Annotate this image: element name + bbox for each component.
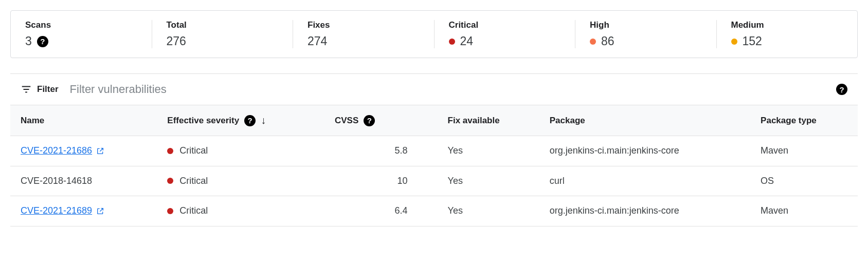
col-header-fix[interactable]: Fix available — [438, 105, 539, 136]
summary-critical-value: 24 — [460, 34, 474, 48]
critical-dot-icon — [449, 39, 455, 45]
help-icon[interactable]: ? — [37, 36, 48, 47]
help-icon[interactable]: ? — [244, 115, 256, 126]
vulnerabilities-table: Name Effective severity ? ↓ CVSS ? Fix a… — [10, 105, 858, 226]
summary-medium-label: Medium — [731, 20, 843, 30]
summary-total-label: Total — [167, 20, 279, 30]
summary-total: Total 276 — [152, 20, 294, 48]
filter-label: Filter — [37, 84, 59, 94]
cve-text: CVE-2018-14618 — [21, 176, 92, 186]
external-link-icon — [96, 147, 104, 155]
filter-bar: Filter ? — [10, 73, 858, 105]
col-header-severity[interactable]: Effective severity ? ↓ — [157, 105, 324, 136]
col-header-name[interactable]: Name — [10, 105, 157, 136]
severity-dot-icon — [167, 208, 173, 214]
package-name: org.jenkins-ci.main:jenkins-core — [539, 136, 750, 166]
summary-fixes-value: 274 — [308, 34, 327, 48]
cve-link[interactable]: CVE-2021-21686 — [21, 145, 104, 156]
summary-card: Scans 3 ? Total 276 Fixes 274 Critical 2… — [10, 10, 858, 58]
summary-fixes: Fixes 274 — [293, 20, 435, 48]
severity-text: Critical — [179, 145, 208, 156]
fix-available: Yes — [438, 166, 539, 196]
severity-dot-icon — [167, 178, 173, 184]
summary-scans: Scans 3 ? — [11, 20, 152, 48]
summary-critical-label: Critical — [449, 20, 561, 30]
cvss-value: 5.8 — [324, 136, 438, 166]
summary-critical: Critical 24 — [435, 20, 576, 48]
filter-icon — [21, 84, 32, 95]
filter-input[interactable] — [70, 83, 830, 96]
col-header-cvss[interactable]: CVSS ? — [324, 105, 438, 136]
col-header-ptype[interactable]: Package type — [750, 105, 858, 136]
summary-fixes-label: Fixes — [308, 20, 420, 30]
summary-high-value: 86 — [601, 34, 614, 48]
table-row: CVE-2018-14618Critical10YescurlOS — [10, 166, 858, 196]
severity-text: Critical — [179, 205, 208, 216]
fix-available: Yes — [438, 136, 539, 166]
summary-high: High 86 — [575, 20, 717, 48]
external-link-icon — [96, 207, 104, 215]
package-name: curl — [539, 166, 750, 196]
help-icon[interactable]: ? — [836, 84, 847, 95]
cvss-value: 6.4 — [324, 196, 438, 226]
col-header-package[interactable]: Package — [539, 105, 750, 136]
package-name: org.jenkins-ci.main:jenkins-core — [539, 196, 750, 226]
severity-text: Critical — [179, 176, 208, 186]
package-type: Maven — [750, 136, 858, 166]
table-row: CVE-2021-21686Critical5.8Yesorg.jenkins-… — [10, 136, 858, 166]
medium-dot-icon — [731, 39, 737, 45]
cve-link[interactable]: CVE-2021-21689 — [21, 205, 104, 216]
high-dot-icon — [590, 39, 596, 45]
summary-scans-label: Scans — [25, 20, 137, 30]
package-type: Maven — [750, 196, 858, 226]
table-row: CVE-2021-21689Critical6.4Yesorg.jenkins-… — [10, 196, 858, 226]
summary-scans-value: 3 — [25, 34, 32, 48]
table-header-row: Name Effective severity ? ↓ CVSS ? Fix a… — [10, 105, 858, 136]
summary-high-label: High — [590, 20, 702, 30]
fix-available: Yes — [438, 196, 539, 226]
severity-dot-icon — [167, 148, 173, 154]
package-type: OS — [750, 166, 858, 196]
summary-medium: Medium 152 — [717, 20, 858, 48]
summary-medium-value: 152 — [743, 34, 762, 48]
sort-down-icon[interactable]: ↓ — [261, 115, 266, 126]
cvss-value: 10 — [324, 166, 438, 196]
summary-total-value: 276 — [167, 34, 186, 48]
help-icon[interactable]: ? — [364, 115, 375, 126]
